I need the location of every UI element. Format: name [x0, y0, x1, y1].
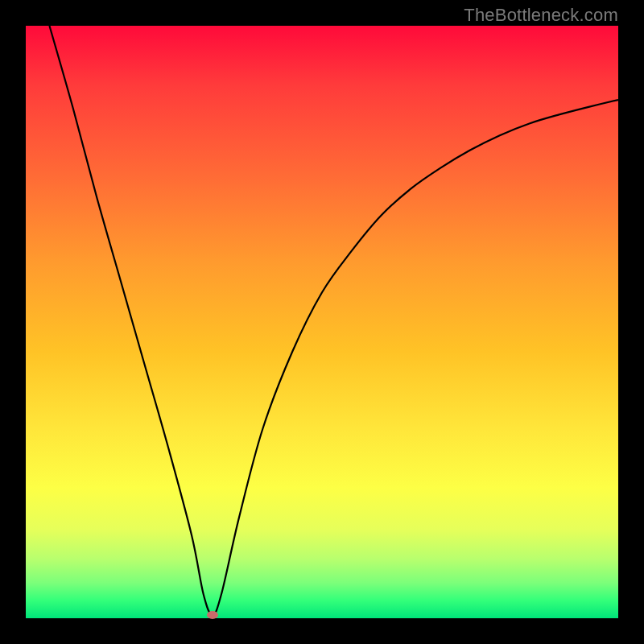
bottleneck-curve — [26, 26, 618, 618]
chart-frame: TheBottleneck.com — [0, 0, 644, 644]
min-marker-icon — [207, 611, 218, 619]
curve-path — [49, 26, 618, 615]
watermark-text: TheBottleneck.com — [464, 5, 618, 26]
